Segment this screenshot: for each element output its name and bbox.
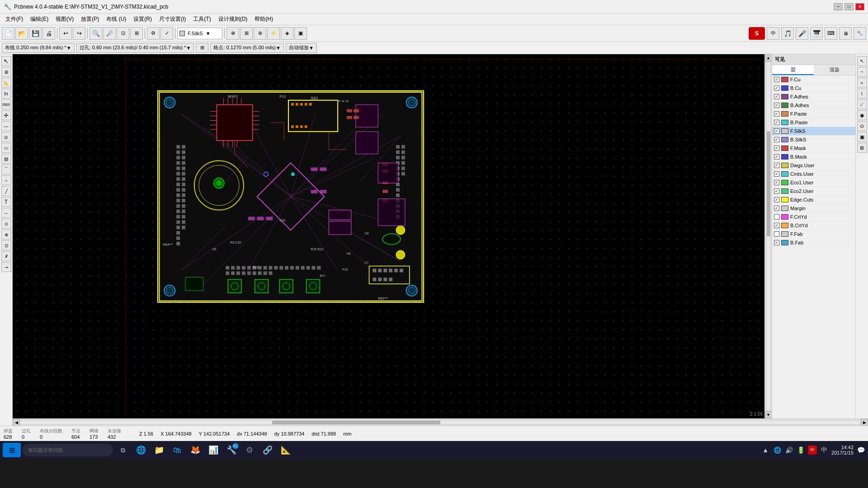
scroll-track-horizontal[interactable] bbox=[20, 420, 861, 425]
close-button[interactable]: ✕ bbox=[855, 3, 864, 10]
layer-checkbox[interactable]: ✓ bbox=[774, 188, 779, 194]
zoom-area-button[interactable]: ⊞ bbox=[130, 27, 143, 40]
layer-item[interactable]: F.CrtYd bbox=[772, 213, 855, 221]
layer-checkbox[interactable]: ✓ bbox=[774, 154, 779, 160]
taskbar-kicad[interactable]: 🔧 61 bbox=[223, 442, 240, 458]
layer-item[interactable]: ✓B.SilkS bbox=[772, 136, 855, 144]
layer-checkbox[interactable]: ✓ bbox=[774, 77, 779, 82]
module-tool[interactable]: ⊡ bbox=[1, 240, 11, 250]
scroll-right-button[interactable]: ▶ bbox=[861, 419, 868, 426]
taskbar-app4[interactable]: 🔗 bbox=[259, 442, 276, 458]
menu-tools[interactable]: 工具(T) bbox=[189, 14, 214, 24]
dim-tool[interactable]: ↔ bbox=[1, 208, 11, 218]
layer-checkbox[interactable]: ✓ bbox=[774, 111, 779, 117]
scroll-track-vertical[interactable] bbox=[766, 61, 771, 411]
layer-checkbox[interactable]: ✓ bbox=[774, 120, 779, 125]
taskbar-app5[interactable]: 📐 bbox=[278, 442, 294, 458]
layer-checkbox[interactable]: ✓ bbox=[774, 145, 779, 151]
netlist-tool[interactable]: ⊸ bbox=[1, 262, 11, 272]
layer-item[interactable]: ✓F.Mask bbox=[772, 144, 855, 153]
drc-tool[interactable]: ✗ bbox=[1, 251, 11, 261]
tray-battery[interactable]: 🔋 bbox=[796, 446, 805, 455]
measure-tool[interactable]: mm bbox=[1, 99, 11, 109]
maximize-button[interactable]: □ bbox=[844, 3, 854, 10]
menu-designrule[interactable]: 设计规则(D) bbox=[215, 14, 251, 24]
tab-render[interactable]: 渲染 bbox=[814, 65, 855, 75]
zone-tool[interactable]: ▭ bbox=[1, 143, 11, 153]
vertical-scrollbar[interactable]: ▲ ▼ bbox=[764, 54, 772, 418]
taskbar-app1[interactable]: 📊 bbox=[205, 442, 222, 458]
layer-item[interactable]: ✓F.Cu bbox=[772, 75, 855, 84]
new-button[interactable]: 📄 bbox=[2, 27, 14, 40]
layer-item[interactable]: ✓B.CrtYd bbox=[772, 221, 855, 230]
layer-item[interactable]: ✓B.Paste bbox=[772, 118, 855, 127]
minimize-button[interactable]: ─ bbox=[834, 3, 843, 10]
layer-checkbox[interactable]: ✓ bbox=[774, 240, 779, 245]
zoom-selector[interactable]: 自动缩放 ▼ bbox=[286, 43, 317, 53]
start-button[interactable]: ⊞ bbox=[3, 443, 21, 457]
grid-selector[interactable]: 格点: 0.1270 mm (5.00 mils) ▼ bbox=[210, 43, 283, 53]
route-diff-btn[interactable]: ≈ bbox=[857, 78, 867, 88]
ruler-tool2[interactable]: In bbox=[1, 89, 11, 99]
select-tool[interactable]: ↖ bbox=[1, 56, 11, 66]
layer-checkbox[interactable]: ✓ bbox=[774, 94, 779, 99]
layer-checkbox[interactable]: ✓ bbox=[774, 197, 779, 202]
route-tool[interactable]: — bbox=[1, 121, 11, 131]
zoom-fit-button[interactable]: ⊡ bbox=[117, 27, 129, 40]
cortana-search[interactable] bbox=[23, 444, 113, 456]
drc-btn2[interactable]: ✓ bbox=[857, 99, 867, 109]
horizontal-scrollbar[interactable]: ◀ ▶ bbox=[13, 418, 868, 426]
tool-btn3[interactable]: 🎹 bbox=[810, 27, 823, 40]
layer-item[interactable]: ✓F.SilkS bbox=[772, 127, 855, 136]
3d-button[interactable]: ▣ bbox=[294, 27, 307, 40]
taskbar-browser2[interactable]: 🦊 bbox=[187, 442, 203, 458]
cursor-tool[interactable]: ✛ bbox=[1, 110, 11, 120]
menu-route[interactable]: 布线 (U) bbox=[103, 14, 130, 24]
layer-item[interactable]: ✓B.Adhes bbox=[772, 101, 855, 110]
fill-tool[interactable]: ▤ bbox=[1, 154, 11, 164]
menu-dimension[interactable]: 尺寸设置(I) bbox=[156, 14, 189, 24]
grid-button[interactable]: ⊞ bbox=[240, 27, 253, 40]
snap-button[interactable]: ⊕ bbox=[226, 27, 239, 40]
open-button[interactable]: 📂 bbox=[15, 27, 28, 40]
ruler-tool[interactable]: 📐 bbox=[1, 78, 11, 88]
text-tool[interactable]: T bbox=[1, 197, 11, 207]
board-setup-button[interactable]: ⚙ bbox=[147, 27, 160, 40]
layer-item[interactable]: ✓Dwgs.User bbox=[772, 161, 855, 170]
taskbar-edge[interactable]: 🌐 bbox=[133, 442, 149, 458]
ime-indicator[interactable]: 中 bbox=[808, 446, 817, 455]
polar-button[interactable]: ⊛ bbox=[254, 27, 266, 40]
layer-checkbox[interactable]: ✓ bbox=[774, 223, 779, 228]
tool-btn2[interactable]: 🎤 bbox=[796, 27, 808, 40]
tab-layer[interactable]: 层 bbox=[772, 65, 814, 75]
layer-item[interactable]: ✓F.Adhes bbox=[772, 93, 855, 101]
3d-view-btn[interactable]: ▣ bbox=[857, 132, 867, 142]
route-single-btn[interactable]: ~ bbox=[857, 67, 867, 77]
grid-icon[interactable]: ⊞ bbox=[196, 43, 208, 53]
menu-edit[interactable]: 编辑(E) bbox=[27, 14, 52, 24]
track-button[interactable]: ⚡ bbox=[267, 27, 280, 40]
layer-checkbox[interactable]: ✓ bbox=[774, 85, 779, 91]
layer-item[interactable]: ✓Edge.Cuts bbox=[772, 196, 855, 204]
pcb-canvas[interactable]: S41 REF** REF** P12 BEEP1 U5 R25 R22 C19… bbox=[13, 54, 764, 418]
via-tool[interactable]: ◎ bbox=[1, 132, 11, 142]
tool-btn5[interactable]: 🖥 bbox=[839, 27, 852, 40]
highlight-net-btn[interactable]: ◉ bbox=[857, 110, 867, 120]
scroll-up-button[interactable]: ▲ bbox=[765, 54, 772, 61]
layer-item[interactable]: ✓B.Cu bbox=[772, 84, 855, 93]
taskbar-store[interactable]: 🛍 bbox=[169, 442, 185, 458]
zoom-out-button[interactable]: 🔎 bbox=[103, 27, 116, 40]
layer-checkbox[interactable]: ✓ bbox=[774, 103, 779, 108]
footprint-tool[interactable]: ⊕ bbox=[1, 230, 11, 239]
layer-item[interactable]: ✓Eco1.User bbox=[772, 178, 855, 187]
scroll-down-button[interactable]: ▼ bbox=[765, 411, 772, 418]
menu-help[interactable]: 帮助(H) bbox=[251, 14, 277, 24]
redo-button[interactable]: ↪ bbox=[73, 27, 85, 40]
layer-item[interactable]: ✓Cmts.User bbox=[772, 170, 855, 178]
save-button[interactable]: 💾 bbox=[29, 27, 42, 40]
grid-toggle[interactable]: ⊞ bbox=[1, 67, 11, 77]
layer-item[interactable]: ✓B.Fab bbox=[772, 239, 855, 247]
layer-item[interactable]: ✓Eco2.User bbox=[772, 187, 855, 196]
undo-button[interactable]: ↩ bbox=[59, 27, 72, 40]
taskbar-explorer[interactable]: 📁 bbox=[151, 442, 167, 458]
